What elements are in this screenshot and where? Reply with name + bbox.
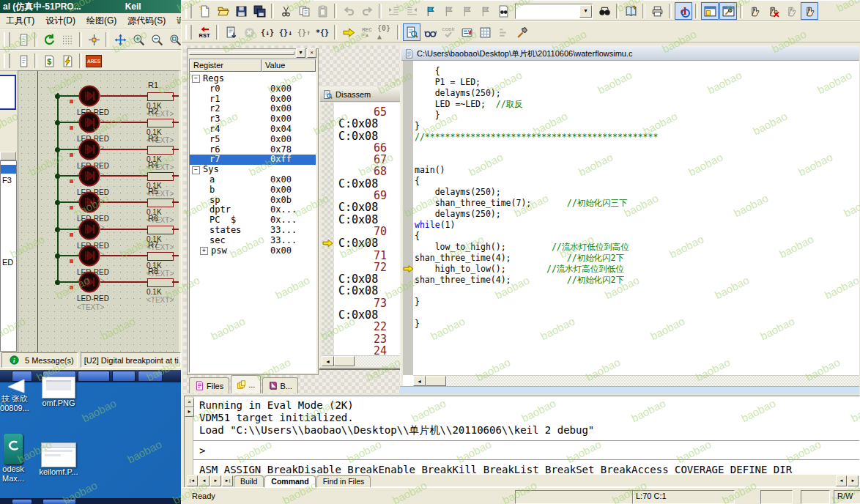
resistor-designator[interactable]: R6 xyxy=(148,214,158,223)
led-red-component[interactable] xyxy=(78,165,100,187)
led-red-component[interactable] xyxy=(78,245,100,267)
run-to-cursor-button[interactable]: *{} xyxy=(314,23,331,41)
cut-button[interactable] xyxy=(277,2,294,20)
code-line[interactable]: delayms(250); xyxy=(415,209,859,220)
find-in-files-button[interactable] xyxy=(494,2,512,20)
selected-device-row[interactable] xyxy=(1,165,16,174)
taskbar-button[interactable] xyxy=(78,371,110,382)
hscroll-button[interactable]: ◄ xyxy=(836,475,847,486)
toggle-breakpoint-button[interactable] xyxy=(746,2,763,20)
new-file-button[interactable] xyxy=(196,2,213,20)
register-row-r0[interactable]: r00x00 xyxy=(190,84,316,94)
menu-item-3[interactable]: 源代码(S) xyxy=(127,15,166,27)
editor-breakpoint-margin[interactable] xyxy=(403,61,413,375)
zoom-out-button[interactable] xyxy=(148,31,166,48)
wire-segment[interactable] xyxy=(58,175,79,177)
register-row-r4[interactable]: r40x04 xyxy=(190,125,316,135)
workspace-tab-B[interactable]: B... xyxy=(262,377,298,393)
tab-scroll-button[interactable]: ◄ xyxy=(199,475,210,486)
wire-segment[interactable] xyxy=(100,95,147,97)
wire-segment[interactable] xyxy=(58,201,79,203)
output-tab-command[interactable]: Command xyxy=(264,475,315,487)
callstack-button[interactable]: REC≡▲ xyxy=(358,23,376,41)
taskbar-button[interactable] xyxy=(138,371,163,382)
find-combobox[interactable]: ▾ xyxy=(515,4,593,19)
close-panel-button[interactable]: × xyxy=(307,48,316,58)
copy-button[interactable] xyxy=(295,2,313,20)
resistor-designator[interactable]: R7 xyxy=(148,240,158,249)
code-line[interactable] xyxy=(415,143,859,154)
partial-doc-icon[interactable] xyxy=(14,31,31,48)
toggle-bookmark-button[interactable] xyxy=(421,2,439,20)
pan-button[interactable] xyxy=(111,31,129,48)
command-window-grip[interactable]: × ▸ xyxy=(185,396,193,487)
tab-scroll-button[interactable]: |◄ xyxy=(187,475,198,486)
resistor-component[interactable] xyxy=(147,278,174,287)
wire-segment[interactable] xyxy=(58,149,79,150)
code-line[interactable]: delayms(250); xyxy=(415,187,859,198)
wire-segment[interactable] xyxy=(100,281,147,283)
resistor-designator[interactable]: R4 xyxy=(148,160,158,169)
wire-segment[interactable] xyxy=(172,281,179,283)
workspace-tab-Files[interactable]: Files xyxy=(189,377,229,393)
register-row-states[interactable]: states33... xyxy=(190,226,316,236)
step-out-button[interactable]: {}↑ xyxy=(295,23,313,41)
wire-segment[interactable] xyxy=(58,255,79,256)
code-line[interactable]: } xyxy=(415,319,859,330)
register-panel-handle[interactable]: ▾ × xyxy=(188,49,318,57)
wire-segment[interactable] xyxy=(172,255,179,256)
wire-segment[interactable] xyxy=(58,229,79,230)
desktop-icon-0[interactable]: 技 张欣00809... xyxy=(0,378,34,413)
proteus-titlebar[interactable]: al (仿真中-51PRO... Keil xyxy=(0,0,181,13)
resistor-component[interactable] xyxy=(147,92,174,101)
menu-item-0[interactable]: 工具(T) xyxy=(6,15,34,27)
resistor-component[interactable] xyxy=(147,252,174,261)
resistor-component[interactable] xyxy=(147,119,174,127)
object-selector-header[interactable] xyxy=(0,152,16,160)
led-red-component[interactable] xyxy=(78,271,100,293)
code-line[interactable]: } xyxy=(415,297,859,308)
splitter[interactable] xyxy=(193,459,859,462)
splitter[interactable] xyxy=(193,440,859,443)
code-line[interactable]: shan_three_time(4); //初始化闪2下 xyxy=(415,275,859,286)
code-line[interactable]: //**************************************… xyxy=(415,132,859,143)
register-group-Regs[interactable]: −Regs xyxy=(190,74,316,84)
command-prompt[interactable]: > xyxy=(199,445,205,457)
enable-disable-breakpoint-button[interactable] xyxy=(782,2,800,20)
project-window-button[interactable] xyxy=(701,2,719,20)
watch-window-button[interactable] xyxy=(421,23,439,41)
resistor-value[interactable]: 0.1K xyxy=(147,288,162,296)
register-row-PC-$[interactable]: PC $0x... xyxy=(190,215,316,226)
column-value[interactable]: Value xyxy=(262,59,316,72)
scroll-thumb[interactable] xyxy=(334,356,355,366)
electrical-check-button[interactable] xyxy=(59,52,76,70)
code-line[interactable]: main() xyxy=(415,165,859,176)
resistor-component[interactable] xyxy=(147,146,174,155)
tab-scroll-button[interactable]: ►| xyxy=(222,475,233,486)
desktop-icon-1[interactable]: omf.PNG xyxy=(38,377,79,408)
start-stop-debug-button[interactable]: d xyxy=(675,2,692,20)
register-row-r6[interactable]: r60x78 xyxy=(190,145,316,155)
code-line[interactable]: shan_three_time(4); //初始化闪2下 xyxy=(415,253,859,264)
register-row-b[interactable]: b0x00 xyxy=(190,185,316,196)
resistor-designator[interactable]: R3 xyxy=(148,134,158,143)
register-row-r7[interactable]: r70xff xyxy=(190,155,316,165)
reset-cpu-button[interactable]: RST xyxy=(196,23,213,41)
bill-of-materials-button[interactable]: $ xyxy=(40,52,58,70)
kill-all-breakpoints-button[interactable] xyxy=(764,2,782,20)
wire-segment[interactable] xyxy=(172,149,179,150)
resistor-designator[interactable]: R1 xyxy=(148,81,158,89)
undo-button[interactable] xyxy=(340,2,357,20)
command-output[interactable]: Running in Eval Mode (2K)VDM51 target in… xyxy=(193,396,859,475)
wire-segment[interactable] xyxy=(100,149,147,150)
output-tab-build[interactable]: Build xyxy=(234,475,264,487)
wire-segment[interactable] xyxy=(100,201,147,203)
register-row-a[interactable]: a0x00 xyxy=(190,175,316,185)
open-file-button[interactable] xyxy=(214,2,231,20)
led-red-component[interactable] xyxy=(78,138,100,160)
refresh-button[interactable] xyxy=(40,31,58,48)
indent-button[interactable] xyxy=(385,2,402,20)
origin-button[interactable] xyxy=(85,31,103,48)
clear-bookmarks-button[interactable] xyxy=(476,2,494,20)
menu-item-1[interactable]: 设计(D) xyxy=(45,15,75,27)
